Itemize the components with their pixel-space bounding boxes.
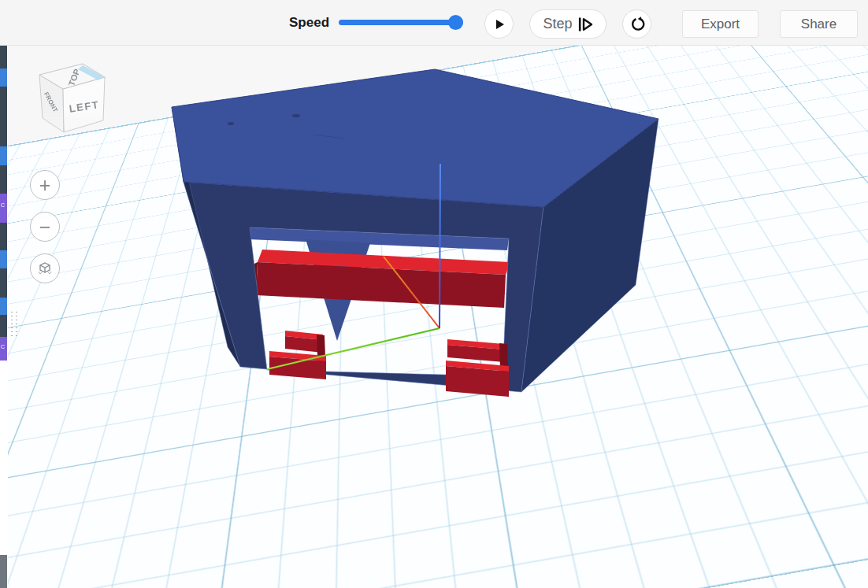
bracket-right[interactable] [446,339,509,397]
panel-footer-sliver [0,555,7,588]
code-block-sliver [0,250,7,268]
speed-slider-thumb[interactable] [448,15,463,30]
reset-button[interactable] [622,9,651,39]
speed-label: Speed [289,15,329,31]
minus-icon: − [39,217,51,237]
step-forward-icon [578,17,593,31]
view-cube[interactable]: TOP LEFT FRONT [30,55,117,138]
code-block-sliver: C [0,337,7,361]
cube-fit-icon [37,261,53,276]
app-window: TOP LEFT FRONT + − C C Speed [0,0,868,588]
share-button[interactable]: Share [780,10,858,38]
code-block-sliver: C [0,194,7,223]
fit-view-button[interactable] [30,253,60,283]
speed-slider[interactable] [339,20,463,25]
export-button-label: Export [701,17,740,32]
step-button[interactable]: Step [529,9,606,39]
zoom-out-button[interactable]: − [30,212,60,242]
collapsed-blocks-panel: C C [0,46,7,588]
code-block-sliver [0,146,7,165]
code-block-sliver [0,298,7,315]
play-button[interactable] [484,9,514,39]
rotate-ccw-icon [629,17,645,32]
export-button[interactable]: Export [682,10,759,38]
plus-icon: + [39,176,51,195]
play-icon [493,18,506,31]
top-toolbar: Speed Step Export Share [0,0,868,46]
panel-drag-handle[interactable] [9,310,20,338]
code-block-sliver [0,68,7,87]
share-button-label: Share [801,17,836,32]
step-button-label: Step [543,16,572,32]
zoom-in-button[interactable]: + [30,170,60,200]
